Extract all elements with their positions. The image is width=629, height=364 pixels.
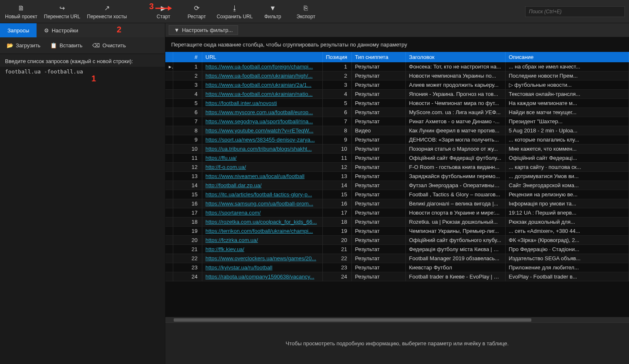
table-row[interactable]: 5https://football.inter.ua/novosti5Резул… bbox=[165, 99, 629, 108]
table-row[interactable]: 17https://sportarena.com/17РезультатНово… bbox=[165, 208, 629, 217]
result-link[interactable]: https://itc.ua/articles/football-tactics… bbox=[206, 191, 312, 198]
table-row[interactable]: 18https://rozetka.com.ua/coolpack_for_ki… bbox=[165, 217, 629, 227]
clear-button[interactable]: ⌫ Очистить bbox=[88, 41, 130, 50]
result-link[interactable]: http://f-o.com.ua/ bbox=[206, 164, 246, 170]
col-snippet-type[interactable]: Тип сниппета bbox=[351, 52, 405, 62]
cell-url[interactable]: https://www.niveamen.ua/local/ua/footbal… bbox=[202, 172, 322, 181]
table-row[interactable]: 12http://f-o.com.ua/12РезультатF-O Room … bbox=[165, 163, 629, 172]
cell-url[interactable]: https://kyivstar.ua/ru/football bbox=[202, 263, 322, 272]
table-row[interactable]: 24https://rabota.ua/company1590638/vacan… bbox=[165, 272, 629, 281]
result-link[interactable]: https://terrikon.com/football/ukraine/ch… bbox=[206, 228, 313, 234]
cell-url[interactable]: https://www.ua-football.com/ukrainian/na… bbox=[202, 90, 322, 99]
cell-url[interactable]: https://www.youtube.com/watch?v=rETeqW..… bbox=[202, 126, 322, 135]
table-row[interactable]: 15https://itc.ua/articles/football-tacti… bbox=[165, 190, 629, 199]
table-row[interactable]: 16https://www.samsung.com/ua/football-pr… bbox=[165, 199, 629, 208]
result-link[interactable]: https://www.youtube.com/watch?v=rETeqW..… bbox=[206, 127, 314, 134]
result-link[interactable]: https://football.inter.ua/novosti bbox=[206, 100, 277, 106]
result-link[interactable]: https://rozetka.com.ua/coolpack_for_kids… bbox=[206, 219, 317, 225]
cell-url[interactable]: https://www.segodnya.ua/sport/football/r… bbox=[202, 117, 322, 126]
cell-url[interactable]: https://ua.tribuna.com/tribuna/blogs/sha… bbox=[202, 144, 322, 154]
result-link[interactable]: https://www.myscore.com.ua/football/euro… bbox=[206, 109, 313, 115]
table-row[interactable]: 3https://www.ua-football.com/ukrainian/2… bbox=[165, 81, 629, 90]
table-row[interactable]: 19https://terrikon.com/football/ukraine/… bbox=[165, 227, 629, 236]
horizontal-scrollbar[interactable] bbox=[165, 317, 629, 322]
cell-url[interactable]: https://terrikon.com/football/ukraine/ch… bbox=[202, 227, 322, 236]
cell-url[interactable]: https://itc.ua/articles/football-tactics… bbox=[202, 190, 322, 199]
restart-button[interactable]: ⟳ Рестарт bbox=[180, 1, 213, 22]
tab-queries[interactable]: Запросы bbox=[0, 23, 37, 37]
table-row[interactable]: 13https://www.niveamen.ua/local/ua/footb… bbox=[165, 172, 629, 181]
cell-url[interactable]: https://www.samsung.com/ua/football-prom… bbox=[202, 199, 322, 208]
paste-button[interactable]: 📋 Вставить bbox=[46, 41, 86, 50]
table-row[interactable]: 20https://fczirka.com.ua/20РезультатОфіц… bbox=[165, 236, 629, 245]
result-link[interactable]: https://rabota.ua/company1590638/vacancy… bbox=[206, 274, 314, 280]
save-url-button[interactable]: ⭳ Сохранить URL bbox=[213, 1, 256, 22]
table-row[interactable]: 10https://ua.tribuna.com/tribuna/blogs/s… bbox=[165, 144, 629, 154]
cell-url[interactable]: https://www.ua-football.com/foreign/cham… bbox=[202, 62, 322, 71]
col-url[interactable]: URL bbox=[202, 52, 322, 62]
load-label: Загрузить bbox=[16, 42, 40, 49]
col-position[interactable]: Позиция bbox=[322, 52, 351, 62]
cell-url[interactable]: https://ffu.ua/ bbox=[202, 154, 322, 163]
transfer-url-button[interactable]: ↪ Перенести URL bbox=[41, 1, 84, 22]
table-row[interactable]: 9https://sport.ua/news/383455-denisov-za… bbox=[165, 135, 629, 144]
table-row[interactable]: 7https://www.segodnya.ua/sport/football/… bbox=[165, 117, 629, 126]
cell-url[interactable]: http://football.dar.zp.ua/ bbox=[202, 181, 322, 190]
new-project-button[interactable]: 🗎 Новый проект bbox=[2, 1, 41, 22]
table-row[interactable]: ▸1https://www.ua-football.com/foreign/ch… bbox=[165, 62, 629, 71]
table-row[interactable]: 2https://www.ua-football.com/ukrainian/h… bbox=[165, 71, 629, 81]
cell-url[interactable]: https://www.myscore.com.ua/football/euro… bbox=[202, 108, 322, 117]
col-title[interactable]: Заголовок bbox=[405, 52, 505, 62]
table-row[interactable]: 21http://ffk.kiev.ua/21РезультатФедераці… bbox=[165, 245, 629, 254]
result-link[interactable]: https://www.overclockers.ua/news/games/2… bbox=[206, 255, 317, 261]
cell-url[interactable]: http://ffk.kiev.ua/ bbox=[202, 245, 322, 254]
search-input[interactable] bbox=[525, 6, 625, 17]
cell-url[interactable]: https://football.inter.ua/novosti bbox=[202, 99, 322, 108]
transfer-hosts-button[interactable]: ↗ Перенести хосты bbox=[84, 1, 130, 22]
table-row[interactable]: 4https://www.ua-football.com/ukrainian/n… bbox=[165, 90, 629, 99]
export-button[interactable]: ⎘ Экспорт bbox=[289, 1, 322, 22]
results-table-wrap[interactable]: # URL Позиция Тип сниппета Заголовок Опи… bbox=[165, 52, 629, 317]
result-link[interactable]: https://www.niveamen.ua/local/ua/footbal… bbox=[206, 173, 305, 179]
result-link[interactable]: https://www.samsung.com/ua/football-prom… bbox=[206, 200, 313, 207]
result-link[interactable]: https://www.ua-football.com/ukrainian/2a… bbox=[206, 82, 312, 88]
cell-url[interactable]: https://www.overclockers.ua/news/games/2… bbox=[202, 254, 322, 263]
table-row[interactable]: 23https://kyivstar.ua/ru/football23Резул… bbox=[165, 263, 629, 272]
cell-url[interactable]: https://sport.ua/news/383455-denisov-zar… bbox=[202, 135, 322, 144]
scrollbar-thumb[interactable] bbox=[174, 318, 531, 322]
cell-url[interactable]: https://www.ua-football.com/ukrainian/2a… bbox=[202, 81, 322, 90]
result-link[interactable]: https://kyivstar.ua/ru/football bbox=[206, 264, 273, 271]
cell-url[interactable]: https://sportarena.com/ bbox=[202, 208, 322, 217]
result-link[interactable]: https://ffu.ua/ bbox=[206, 155, 237, 161]
col-number[interactable]: # bbox=[173, 52, 202, 62]
cell-position: 15 bbox=[322, 190, 351, 199]
table-row[interactable]: 11https://ffu.ua/11РезультатОфіційний са… bbox=[165, 154, 629, 163]
table-row[interactable]: 22https://www.overclockers.ua/news/games… bbox=[165, 254, 629, 263]
result-link[interactable]: https://www.segodnya.ua/sport/football/r… bbox=[206, 118, 313, 125]
cell-url[interactable]: https://www.ua-football.com/ukrainian/hi… bbox=[202, 71, 322, 81]
col-description[interactable]: Описание bbox=[505, 52, 629, 62]
cell-url[interactable]: https://rabota.ua/company1590638/vacancy… bbox=[202, 272, 322, 281]
table-row[interactable]: 6https://www.myscore.com.ua/football/eur… bbox=[165, 108, 629, 117]
load-button[interactable]: 📂 Загрузить bbox=[2, 41, 44, 50]
tab-settings[interactable]: ⚙ Настройки bbox=[37, 23, 86, 37]
filter-button[interactable]: ▼ Фильтр bbox=[256, 1, 289, 22]
result-link[interactable]: https://sportarena.com/ bbox=[206, 210, 261, 216]
result-link[interactable]: https://www.ua-football.com/ukrainian/na… bbox=[206, 91, 313, 97]
result-link[interactable]: http://ffk.kiev.ua/ bbox=[206, 246, 244, 252]
result-link[interactable]: https://www.ua-football.com/foreign/cham… bbox=[206, 64, 313, 70]
cell-url[interactable]: https://fczirka.com.ua/ bbox=[202, 236, 322, 245]
result-link[interactable]: https://sport.ua/news/383455-denisov-zar… bbox=[206, 137, 315, 143]
result-link[interactable]: http://football.dar.zp.ua/ bbox=[206, 182, 262, 188]
result-link[interactable]: https://fczirka.com.ua/ bbox=[206, 237, 258, 243]
table-row[interactable]: 14http://football.dar.zp.ua/14РезультатФ… bbox=[165, 181, 629, 190]
cell-url[interactable]: http://f-o.com.ua/ bbox=[202, 163, 322, 172]
col-selector[interactable] bbox=[165, 52, 173, 62]
cell-url[interactable]: https://rozetka.com.ua/coolpack_for_kids… bbox=[202, 217, 322, 227]
table-row[interactable]: 8https://www.youtube.com/watch?v=rETeqW.… bbox=[165, 126, 629, 135]
result-link[interactable]: https://www.ua-football.com/ukrainian/hi… bbox=[206, 73, 313, 79]
start-button[interactable]: ▶ Старт bbox=[147, 1, 180, 22]
result-link[interactable]: https://ua.tribuna.com/tribuna/blogs/sha… bbox=[206, 146, 312, 152]
configure-filter-button[interactable]: ▼ Настроить фильтр... bbox=[169, 25, 238, 35]
query-input[interactable] bbox=[0, 67, 165, 364]
